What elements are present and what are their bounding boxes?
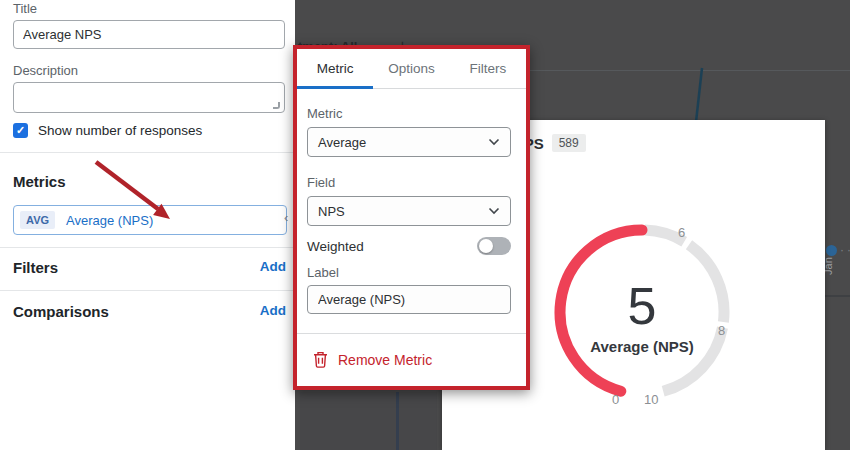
metric-select[interactable]: Average [307, 127, 511, 157]
metrics-heading: Metrics [13, 173, 66, 190]
comparisons-heading: Comparisons [13, 303, 109, 320]
tab-options[interactable]: Options [373, 49, 449, 88]
description-input[interactable] [13, 82, 285, 113]
gauge-tick-8: 8 [718, 323, 725, 338]
weighted-row: Weighted [307, 237, 511, 255]
field-select-label: Field [307, 175, 335, 190]
section-divider [0, 152, 295, 153]
resize-handle-icon[interactable] [273, 102, 280, 109]
remove-metric-button[interactable]: Remove Metric [313, 351, 432, 368]
show-responses-checkbox[interactable]: ✓ [13, 123, 28, 138]
screen: tment: All ⌄ + ··· Jan Average NPS 589 5… [0, 0, 850, 450]
metric-select-value: Average [318, 135, 366, 150]
title-input[interactable] [13, 20, 285, 49]
chart-dotted-line: ··· [840, 243, 850, 257]
gauge-max-label: 10 [644, 392, 658, 407]
add-filter-button[interactable]: Add [260, 259, 286, 274]
metric-chip[interactable]: AVG Average (NPS) [13, 205, 287, 235]
gauge-min-label: 0 [612, 392, 619, 407]
trash-icon [313, 351, 328, 368]
add-comparison-button[interactable]: Add [260, 303, 286, 318]
gauge-metric-label: Average (NPS) [522, 338, 762, 355]
field-select[interactable]: NPS [307, 196, 511, 226]
widget-editor-panel: Title Description ✓ Show number of respo… [0, 0, 295, 450]
chevron-down-icon [488, 207, 500, 215]
label-input[interactable] [307, 285, 511, 314]
field-select-value: NPS [318, 204, 345, 219]
chevron-down-icon [488, 138, 500, 146]
show-responses-label: Show number of responses [38, 123, 202, 138]
description-field-label: Description [13, 63, 78, 78]
popover-pointer-icon: ‹ [284, 210, 288, 225]
response-count-badge: 589 [552, 134, 586, 152]
checkmark-icon: ✓ [16, 124, 25, 137]
tab-metric[interactable]: Metric [297, 49, 373, 88]
background-widget-edge [823, 295, 850, 297]
metric-select-label: Metric [307, 106, 342, 121]
filters-heading: Filters [13, 259, 58, 276]
weighted-toggle[interactable] [477, 237, 511, 255]
toggle-knob [479, 239, 493, 253]
section-divider [0, 247, 295, 248]
metric-aggregation-badge: AVG [20, 211, 55, 229]
weighted-label: Weighted [307, 239, 364, 254]
metric-chip-label: Average (NPS) [66, 213, 153, 228]
background-widget-divider [396, 392, 399, 450]
popup-tab-bar: Metric Options Filters [297, 49, 526, 89]
tab-filters[interactable]: Filters [450, 49, 526, 88]
gauge-tick-6: 6 [678, 225, 685, 240]
label-field-label: Label [307, 265, 339, 280]
background-widget-block [300, 392, 437, 450]
remove-metric-label: Remove Metric [338, 352, 432, 368]
title-field-label: Title [13, 1, 37, 16]
section-divider [0, 290, 295, 291]
popup-divider [297, 333, 526, 334]
chart-data-point-dot [826, 245, 837, 256]
show-responses-row[interactable]: ✓ Show number of responses [13, 123, 202, 138]
gauge-value: 5 [522, 276, 762, 336]
metric-config-popup: Metric Options Filters Metric Average Fi… [293, 45, 530, 390]
